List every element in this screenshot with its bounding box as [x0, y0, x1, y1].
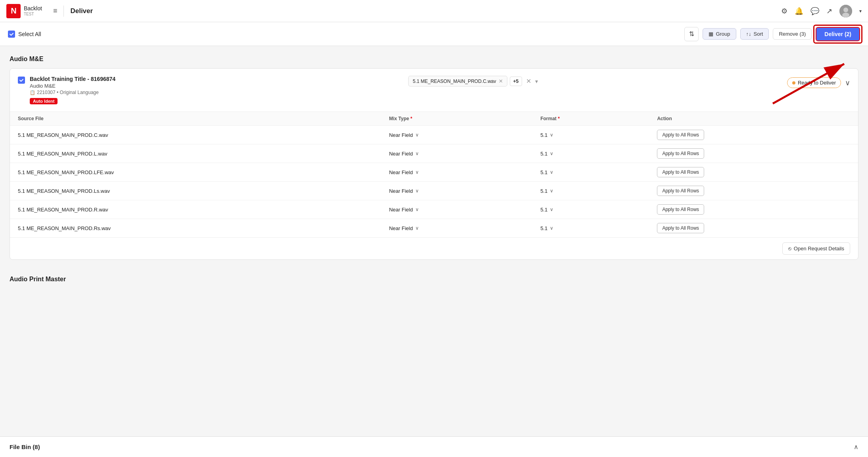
- sort-button[interactable]: ↑↓ Sort: [740, 28, 769, 40]
- select-all-wrap: Select All: [8, 31, 41, 38]
- format-dropdown-arrow[interactable]: ∨: [550, 132, 553, 138]
- card-meta-text: 2210307 • Original Language: [37, 90, 99, 95]
- menu-icon[interactable]: ≡: [53, 7, 58, 15]
- nav-icons: ⚙ 🔔 💬 ↗ ▾: [781, 5, 862, 17]
- expand-icon[interactable]: ∨: [845, 79, 850, 87]
- brand-sub: TEST: [24, 12, 42, 16]
- netflix-icon: N: [6, 4, 21, 18]
- mix-dropdown-arrow[interactable]: ∨: [415, 188, 419, 194]
- table-row: 5.1 ME_REASON_MAIN_PROD.LFE.wav Near Fie…: [10, 163, 858, 182]
- card-title: Backlot Training Title - 81696874: [30, 76, 403, 82]
- format-dropdown-arrow[interactable]: ∨: [550, 188, 553, 194]
- format-dropdown-arrow[interactable]: ∨: [550, 225, 553, 231]
- cell-source-file: 5.1 ME_REASON_MAIN_PROD.C.wav: [10, 126, 381, 144]
- status-dot: [792, 81, 795, 84]
- mix-required-star: *: [411, 116, 413, 121]
- mix-value: Near Field: [389, 188, 413, 194]
- group-button[interactable]: ▦ Group: [703, 28, 736, 40]
- mix-dropdown-arrow[interactable]: ∨: [415, 132, 419, 138]
- file-clear-icon[interactable]: ✕: [526, 77, 531, 85]
- source-files-table-wrap: Source File Mix Type * Format * Action 5…: [10, 112, 858, 237]
- apply-all-rows-button[interactable]: Apply to All Rows: [657, 148, 704, 159]
- col-format: Format *: [532, 112, 649, 126]
- cell-source-file: 5.1 ME_REASON_MAIN_PROD.Ls.wav: [10, 182, 381, 200]
- cell-action: Apply to All Rows: [649, 200, 858, 219]
- format-value: 5.1: [540, 207, 547, 213]
- cell-format: 5.1 ∨: [532, 219, 649, 238]
- mix-value: Near Field: [389, 169, 413, 175]
- brand-text: Backlot TEST: [24, 6, 42, 16]
- apply-all-rows-button[interactable]: Apply to All Rows: [657, 204, 704, 215]
- table-row: 5.1 ME_REASON_MAIN_PROD.L.wav Near Field…: [10, 144, 858, 163]
- table-header-row: Source File Mix Type * Format * Action: [10, 112, 858, 126]
- card-footer: ⎋ Open Request Details: [10, 237, 858, 259]
- status-text: Ready to Deliver: [798, 80, 836, 86]
- cell-action: Apply to All Rows: [649, 144, 858, 163]
- select-all-checkbox[interactable]: [8, 31, 15, 38]
- apply-all-rows-button[interactable]: Apply to All Rows: [657, 186, 704, 196]
- brand-name: Backlot: [24, 6, 42, 12]
- main-content: Audio M&E Backlot Training Title - 81696…: [0, 46, 868, 286]
- cell-mix-type: Near Field ∨: [381, 163, 532, 182]
- file-tags-area: 5.1 ME_REASON_MAIN_PROD.C.wav ✕ +5 ✕ ▾: [408, 76, 782, 86]
- svg-point-1: [843, 8, 848, 12]
- avatar[interactable]: [839, 5, 852, 17]
- select-all-label: Select All: [18, 31, 41, 37]
- sort-label: Sort: [754, 31, 763, 37]
- cell-mix-type: Near Field ∨: [381, 144, 532, 163]
- group-icon: ▦: [709, 31, 713, 37]
- chat-icon[interactable]: 💬: [810, 7, 819, 15]
- mix-dropdown-arrow[interactable]: ∨: [415, 225, 419, 231]
- table-row: 5.1 ME_REASON_MAIN_PROD.Ls.wav Near Fiel…: [10, 182, 858, 200]
- deliver-label: Deliver (2): [824, 31, 851, 37]
- calendar-icon: 📋: [30, 90, 35, 95]
- open-request-button[interactable]: ⎋ Open Request Details: [782, 242, 850, 255]
- card-subtitle: Audio M&E: [30, 83, 403, 89]
- format-dropdown-arrow[interactable]: ∨: [550, 169, 553, 175]
- format-dropdown-arrow[interactable]: ∨: [550, 207, 553, 212]
- mix-dropdown-arrow[interactable]: ∨: [415, 207, 419, 212]
- cell-mix-type: Near Field ∨: [381, 200, 532, 219]
- col-source-file: Source File: [10, 112, 381, 126]
- format-dropdown-arrow[interactable]: ∨: [550, 151, 553, 156]
- apply-all-rows-button[interactable]: Apply to All Rows: [657, 167, 704, 177]
- open-req-label: Open Request Details: [794, 246, 844, 252]
- file-tag-box: 5.1 ME_REASON_MAIN_PROD.C.wav ✕: [408, 76, 507, 86]
- apply-all-rows-button[interactable]: Apply to All Rows: [657, 223, 704, 233]
- format-value: 5.1: [540, 225, 547, 231]
- remove-button[interactable]: Remove (3): [773, 28, 812, 40]
- deliver-btn-wrap: Deliver (2): [816, 27, 860, 41]
- filter-button[interactable]: ⇅: [684, 27, 699, 41]
- cell-source-file: 5.1 ME_REASON_MAIN_PROD.LFE.wav: [10, 163, 381, 182]
- mix-value: Near Field: [389, 207, 413, 213]
- cell-source-file: 5.1 ME_REASON_MAIN_PROD.R.wav: [10, 200, 381, 219]
- apply-all-rows-button[interactable]: Apply to All Rows: [657, 130, 704, 140]
- cell-action: Apply to All Rows: [649, 163, 858, 182]
- external-icon[interactable]: ↗: [826, 7, 832, 15]
- gear-icon[interactable]: ⚙: [781, 7, 787, 15]
- cell-format: 5.1 ∨: [532, 144, 649, 163]
- section-title-audio-pm: Audio Print Master: [10, 268, 858, 286]
- brand-logo: N Backlot TEST: [6, 4, 42, 18]
- mix-dropdown-arrow[interactable]: ∨: [415, 169, 419, 175]
- cell-action: Apply to All Rows: [649, 182, 858, 200]
- page-title: Deliver: [70, 7, 93, 15]
- toolbar-actions: ⇅ ▦ Group ↑↓ Sort Remove (3) Deliver (2): [684, 27, 860, 41]
- format-value: 5.1: [540, 151, 547, 157]
- file-extra-badge[interactable]: +5: [510, 77, 522, 86]
- format-required-star: *: [558, 116, 560, 121]
- bell-icon[interactable]: 🔔: [795, 7, 803, 15]
- file-chevron-icon[interactable]: ▾: [535, 78, 538, 84]
- mix-dropdown-arrow[interactable]: ∨: [415, 151, 419, 156]
- avatar-chevron[interactable]: ▾: [859, 8, 862, 14]
- group-label: Group: [716, 31, 730, 37]
- cell-action: Apply to All Rows: [649, 126, 858, 144]
- status-badge: Ready to Deliver: [787, 77, 841, 88]
- deliver-button[interactable]: Deliver (2): [816, 27, 860, 41]
- card-right: Ready to Deliver ∨: [787, 77, 850, 88]
- card-info: Backlot Training Title - 81696874 Audio …: [30, 76, 403, 104]
- card-checkbox[interactable]: [18, 77, 25, 84]
- file-tag-remove[interactable]: ✕: [499, 78, 503, 84]
- section-title-audio-me: Audio M&E: [10, 56, 858, 63]
- format-value: 5.1: [540, 132, 547, 138]
